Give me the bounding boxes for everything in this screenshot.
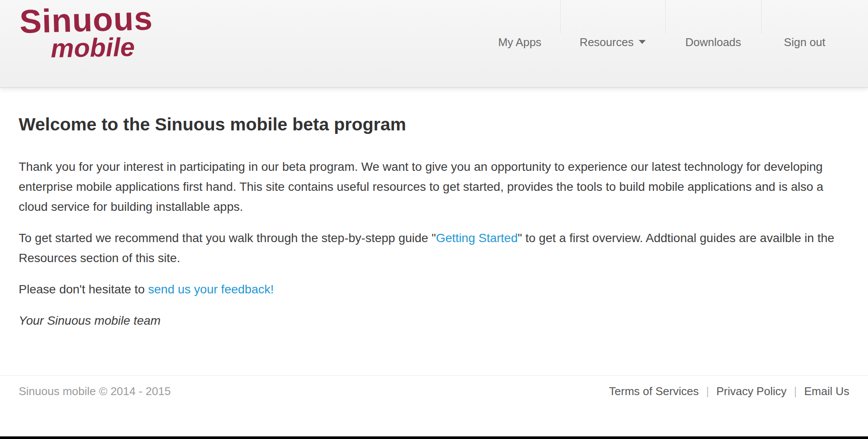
footer-links: Terms of Services | Privacy Policy | Ema… — [609, 385, 849, 398]
brand-logo[interactable]: Sinuous mobile — [20, 3, 153, 61]
getting-started-link[interactable]: Getting Started — [436, 231, 518, 245]
footer-separator: | — [706, 385, 709, 398]
getting-started-text-before: To get started we recommend that you wal… — [19, 231, 436, 245]
signature: Your Sinuous mobile team — [19, 311, 839, 331]
nav-item-my-apps[interactable]: My Apps — [479, 0, 560, 88]
nav-item-sign-out-label: Sign out — [784, 36, 825, 49]
feedback-link[interactable]: send us your feedback! — [148, 283, 274, 296]
brand-subname: mobile — [50, 34, 153, 62]
email-us-link[interactable]: Email Us — [804, 385, 849, 398]
nav-item-my-apps-label: My Apps — [498, 36, 541, 49]
intro-paragraph: Thank you for your interest in participa… — [19, 157, 839, 217]
chevron-down-icon — [639, 40, 646, 44]
privacy-policy-link[interactable]: Privacy Policy — [716, 385, 787, 398]
feedback-paragraph: Please don't hesitate to send us your fe… — [19, 279, 839, 299]
footer-separator: | — [794, 385, 797, 398]
main-nav: My Apps Resources Downloads Sign out — [479, 0, 848, 88]
terms-of-services-link[interactable]: Terms of Services — [609, 385, 699, 398]
nav-item-resources[interactable]: Resources — [560, 0, 665, 88]
nav-item-resources-label: Resources — [580, 36, 634, 49]
getting-started-paragraph: To get started we recommend that you wal… — [19, 228, 839, 268]
page-title: Welcome to the Sinuous mobile beta progr… — [19, 115, 849, 134]
site-footer: Sinuous mobile © 2014 - 2015 Terms of Se… — [0, 375, 868, 398]
copyright: Sinuous mobile © 2014 - 2015 — [19, 385, 171, 398]
main-content: Welcome to the Sinuous mobile beta progr… — [0, 115, 868, 331]
site-header: Sinuous mobile My Apps Resources Downloa… — [0, 0, 868, 88]
nav-item-downloads-label: Downloads — [685, 36, 741, 49]
nav-item-sign-out[interactable]: Sign out — [761, 0, 848, 88]
screen-edge-bar — [0, 436, 868, 439]
nav-item-downloads[interactable]: Downloads — [665, 0, 761, 88]
feedback-text-before: Please don't hesitate to — [19, 283, 148, 296]
